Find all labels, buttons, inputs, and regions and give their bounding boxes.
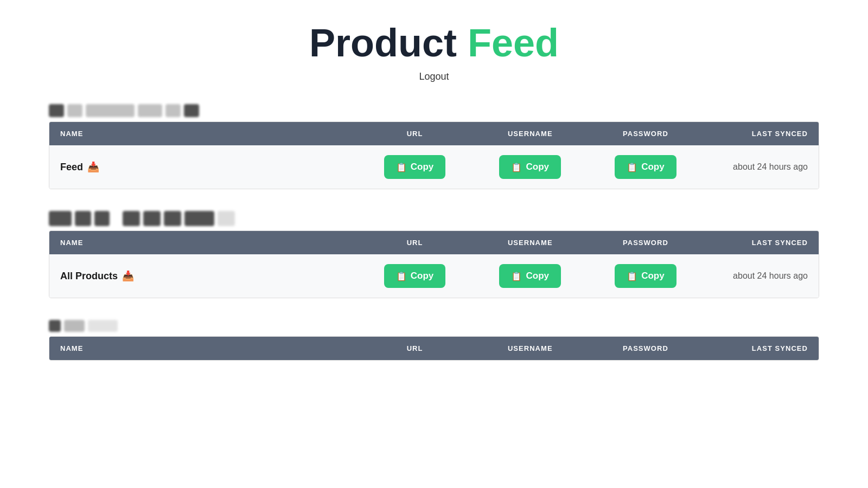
s2-toolbar-block-5 xyxy=(143,211,161,226)
page-title: Product Feed xyxy=(0,22,868,65)
toolbar-icon-3 xyxy=(165,104,181,117)
copy-password-button-2[interactable]: 📋 Copy xyxy=(615,264,676,288)
section-1-toolbar xyxy=(49,104,819,117)
s3-toolbar-block-3 xyxy=(88,320,118,332)
table-row: All Products 📥 📋 Copy xyxy=(49,254,819,298)
col-header-password-2: PASSWORD xyxy=(588,231,704,254)
s3-toolbar-block-2 xyxy=(64,320,85,332)
download-icon-2: 📥 xyxy=(122,270,134,282)
col-header-url-3: URL xyxy=(357,337,473,360)
section-2-toolbar xyxy=(49,211,819,226)
copy-icon-6: 📋 xyxy=(627,271,637,281)
copy-icon-4: 📋 xyxy=(396,271,407,281)
toolbar-text-2 xyxy=(138,104,162,117)
table-1: NAME URL USERNAME PASSWORD LAST SYNCED F… xyxy=(49,122,819,189)
table-2-container: NAME URL USERNAME PASSWORD LAST SYNCED A… xyxy=(49,230,819,298)
table-3-container: NAME URL USERNAME PASSWORD LAST SYNCED xyxy=(49,336,819,361)
col-header-password-1: PASSWORD xyxy=(588,122,704,145)
copy-username-button-1[interactable]: 📋 Copy xyxy=(499,155,561,179)
toolbar-icon-4 xyxy=(184,104,199,117)
copy-icon-5: 📋 xyxy=(511,271,522,281)
col-header-username-2: USERNAME xyxy=(473,231,588,254)
s2-toolbar-block-6 xyxy=(164,211,181,226)
copy-url-label-2: Copy xyxy=(411,271,434,281)
title-green: Feed xyxy=(468,21,559,65)
s3-toolbar-block-1 xyxy=(49,320,61,332)
copy-username-label-2: Copy xyxy=(526,271,549,281)
s2-toolbar-block-8 xyxy=(218,211,235,226)
row-name-text-2: All Products xyxy=(60,271,118,282)
copy-username-label-1: Copy xyxy=(526,162,549,172)
row-name-text: Feed xyxy=(60,162,83,173)
copy-icon: 📋 xyxy=(396,162,407,172)
table-row: Feed 📥 📋 Copy 📋 xyxy=(49,145,819,189)
copy-username-button-2[interactable]: 📋 Copy xyxy=(499,264,561,288)
col-header-url-2: URL xyxy=(357,231,473,254)
logout-link[interactable]: Logout xyxy=(0,71,868,82)
section-1: NAME URL USERNAME PASSWORD LAST SYNCED F… xyxy=(49,104,819,189)
section-3: NAME URL USERNAME PASSWORD LAST SYNCED xyxy=(49,320,819,361)
section-2: NAME URL USERNAME PASSWORD LAST SYNCED A… xyxy=(49,211,819,298)
page-header: Product Feed Logout xyxy=(0,0,868,88)
row-name-feed: Feed 📥 xyxy=(60,161,346,173)
download-icon: 📥 xyxy=(87,161,99,173)
col-header-url-1: URL xyxy=(357,122,473,145)
col-header-lastsynced-3: LAST SYNCED xyxy=(703,337,819,360)
copy-icon-3: 📋 xyxy=(627,162,637,172)
col-header-username-3: USERNAME xyxy=(473,337,588,360)
col-header-name-3: NAME xyxy=(49,337,357,360)
copy-url-button-1[interactable]: 📋 Copy xyxy=(384,155,446,179)
copy-url-label-1: Copy xyxy=(411,162,434,172)
col-header-lastsynced-1: LAST SYNCED xyxy=(703,122,819,145)
toolbar-icon-1 xyxy=(49,104,64,117)
table-2: NAME URL USERNAME PASSWORD LAST SYNCED A… xyxy=(49,231,819,298)
toolbar-icon-2 xyxy=(67,104,82,117)
copy-password-label-1: Copy xyxy=(641,162,665,172)
row-name-all-products: All Products 📥 xyxy=(60,270,346,282)
s2-toolbar-block-7 xyxy=(184,211,214,226)
col-header-password-3: PASSWORD xyxy=(588,337,704,360)
s2-toolbar-block-2 xyxy=(75,211,91,226)
last-synced-text-2: about 24 hours ago xyxy=(733,271,808,280)
s2-toolbar-block-1 xyxy=(49,211,72,226)
title-dark: Product xyxy=(309,21,457,65)
table-2-header-row: NAME URL USERNAME PASSWORD LAST SYNCED xyxy=(49,231,819,254)
col-header-username-1: USERNAME xyxy=(473,122,588,145)
col-header-lastsynced-2: LAST SYNCED xyxy=(703,231,819,254)
table-1-container: NAME URL USERNAME PASSWORD LAST SYNCED F… xyxy=(49,121,819,189)
s2-toolbar-block-4 xyxy=(123,211,140,226)
col-header-name-1: NAME xyxy=(49,122,357,145)
content-area: NAME URL USERNAME PASSWORD LAST SYNCED F… xyxy=(27,88,841,399)
toolbar-text-1 xyxy=(86,104,135,117)
copy-url-button-2[interactable]: 📋 Copy xyxy=(384,264,446,288)
table-3: NAME URL USERNAME PASSWORD LAST SYNCED xyxy=(49,337,819,360)
s2-toolbar-block-3 xyxy=(94,211,110,226)
col-header-name-2: NAME xyxy=(49,231,357,254)
copy-icon-2: 📋 xyxy=(511,162,522,172)
table-3-header-row: NAME URL USERNAME PASSWORD LAST SYNCED xyxy=(49,337,819,360)
table-1-header-row: NAME URL USERNAME PASSWORD LAST SYNCED xyxy=(49,122,819,145)
last-synced-text-1: about 24 hours ago xyxy=(733,162,808,171)
copy-password-button-1[interactable]: 📋 Copy xyxy=(615,155,676,179)
copy-password-label-2: Copy xyxy=(641,271,665,281)
section-3-toolbar xyxy=(49,320,819,332)
